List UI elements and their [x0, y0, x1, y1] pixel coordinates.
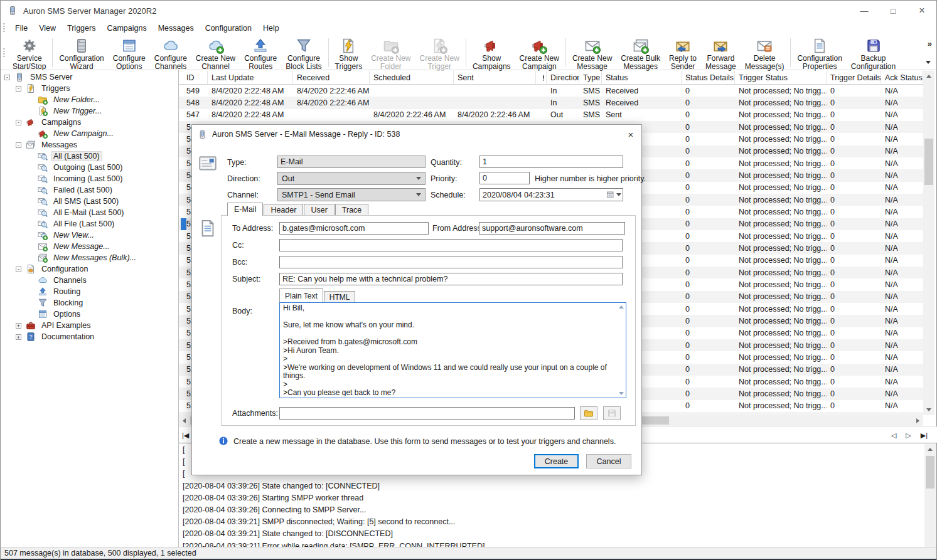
create-button[interactable]: Create — [534, 454, 579, 468]
column-header-type[interactable]: Type — [579, 71, 602, 84]
tree-item-messages[interactable]: -Messages — [1, 139, 178, 151]
toolbar-dropdown-icon[interactable] — [926, 61, 931, 64]
subject-field[interactable] — [279, 273, 623, 285]
table-vertical-scrollbar[interactable] — [923, 71, 934, 415]
direction-select[interactable]: Out — [277, 172, 426, 185]
menu-triggers[interactable]: Triggers — [62, 22, 101, 34]
delete-message-s-button[interactable]: DeleteMessage(s) — [741, 36, 789, 69]
configure-options-button[interactable]: ConfigureOptions — [109, 36, 150, 69]
first-page-icon[interactable]: |◀ — [182, 431, 189, 440]
menu-file[interactable]: File — [9, 22, 33, 34]
scroll-down-icon[interactable] — [619, 392, 624, 395]
table-row-548[interactable]: 5488/4/2020 2:22:48 AM8/4/2020 2:22:46 A… — [179, 97, 923, 108]
show-campaigns-button[interactable]: ShowCampaigns — [468, 36, 515, 69]
configuration-wizard-button[interactable]: ConfigurationWizard — [55, 36, 108, 69]
priority-field[interactable] — [479, 172, 530, 184]
service-start-stop-button[interactable]: ServiceStart/Stop — [8, 36, 50, 69]
menu-campaigns[interactable]: Campaigns — [101, 22, 152, 34]
toolbar-grip[interactable] — [3, 48, 5, 57]
chevron-down-icon[interactable] — [616, 193, 621, 196]
expand-icon[interactable]: + — [16, 334, 21, 340]
tree-item-new-campaign[interactable]: New Campaign... — [1, 128, 178, 139]
tree-item-new-messages-bulk[interactable]: New Messages (Bulk)... — [1, 252, 178, 263]
browse-attachment-button[interactable] — [580, 406, 597, 420]
tree-item-all-e-mail-last-500[interactable]: All E-Mail (Last 500) — [1, 207, 178, 218]
column-header-last-update[interactable]: Last Update — [208, 71, 293, 84]
from-address-field[interactable] — [479, 222, 625, 235]
menu-messages[interactable]: Messages — [153, 22, 200, 34]
scroll-down-icon[interactable] — [923, 404, 934, 415]
collapse-icon[interactable]: - — [16, 86, 21, 92]
scroll-right-icon[interactable] — [913, 415, 923, 426]
channel-select[interactable]: SMTP1 - Send Email — [277, 188, 426, 201]
collapse-icon[interactable]: - — [4, 75, 10, 80]
tree-item-channels[interactable]: Channels — [1, 275, 178, 286]
scroll-up-icon[interactable] — [619, 305, 624, 309]
close-button[interactable]: × — [908, 1, 936, 21]
attachments-field[interactable] — [279, 407, 575, 420]
configure-block-lists-button[interactable]: ConfigureBlock Lists — [281, 36, 326, 69]
previous-page-icon[interactable]: ◁ — [891, 431, 896, 440]
column-header-status[interactable]: Status — [602, 71, 682, 84]
forward-message-button[interactable]: ForwardMessage — [701, 36, 741, 69]
create-new-campaign-button[interactable]: Create NewCampaign — [515, 36, 564, 69]
tree-item-failed-last-500[interactable]: Failed (Last 500) — [1, 184, 178, 196]
menu-configuration[interactable]: Configuration — [200, 22, 257, 34]
tab-header[interactable]: Header — [264, 204, 303, 216]
menu-view[interactable]: View — [33, 22, 62, 34]
scroll-up-icon[interactable] — [923, 71, 934, 82]
calendar-icon[interactable] — [606, 191, 614, 199]
tab-trace[interactable]: Trace — [335, 204, 369, 216]
body-tab-plain-text[interactable]: Plain Text — [279, 288, 323, 302]
tree-item-new-message[interactable]: New Message... — [1, 241, 178, 252]
log-vscroll-thumb[interactable] — [926, 456, 934, 489]
body-text[interactable]: Hi Bill, Sure, let me know what's on you… — [283, 304, 616, 396]
tree-item-all-sms-last-500[interactable]: All SMS (Last 500) — [1, 196, 178, 207]
tree-item-new-view[interactable]: New View... — [1, 230, 178, 241]
tree-item-all-last-500[interactable]: All (Last 500) — [1, 151, 178, 162]
collapse-icon[interactable]: - — [16, 142, 21, 148]
column-header-scheduled[interactable]: Scheduled — [370, 71, 454, 84]
tree-item-blocking[interactable]: Blocking — [1, 297, 178, 309]
tree-item-campaigns[interactable]: -Campaigns — [1, 117, 178, 128]
to-address-field[interactable] — [279, 222, 429, 235]
quantity-field[interactable] — [479, 156, 623, 168]
tab-e-mail[interactable]: E-Mail — [227, 203, 263, 216]
reply-to-sender-button[interactable]: Reply toSender — [665, 36, 701, 69]
create-new-channel-button[interactable]: Create NewChannel — [191, 36, 240, 69]
collapse-icon[interactable]: - — [16, 120, 21, 125]
bcc-field[interactable] — [279, 256, 623, 268]
tree-item-new-folder[interactable]: New Folder... — [1, 94, 178, 105]
next-page-icon[interactable]: ▷ — [906, 431, 911, 440]
table-row-549[interactable]: 5498/4/2020 2:22:48 AM8/4/2020 2:22:46 A… — [179, 85, 923, 97]
create-bulk-messages-button[interactable]: Create BulkMessages — [616, 36, 665, 69]
tree-item-incoming-last-500[interactable]: Incoming (Last 500) — [1, 173, 178, 184]
menu-help[interactable]: Help — [257, 22, 285, 34]
tree-item-options[interactable]: Options — [1, 309, 178, 320]
toolbar-overflow-chevron-icon[interactable]: » — [928, 39, 932, 48]
backup-configuration-button[interactable]: BackupConfiguration — [847, 36, 900, 69]
create-new-message-button[interactable]: Create NewMessage — [568, 36, 616, 69]
configuration-properties-button[interactable]: ConfigurationProperties — [793, 36, 846, 69]
tree-item-sms-server[interactable]: -SMS Server — [1, 71, 178, 83]
menu-grip[interactable] — [3, 23, 5, 32]
tree-item-outgoing-last-500[interactable]: Outgoing (Last 500) — [1, 162, 178, 173]
tree-item-configuration[interactable]: -Configuration — [1, 263, 178, 275]
log-vertical-scrollbar[interactable] — [924, 444, 936, 547]
table-vscroll-thumb[interactable] — [924, 139, 933, 185]
scroll-left-icon[interactable] — [179, 415, 190, 426]
configure-channels-button[interactable]: ConfigureChannels — [150, 36, 191, 69]
collapse-icon[interactable]: - — [16, 267, 21, 272]
tree-item-documentation[interactable]: +?Documentation — [1, 331, 178, 342]
configure-routes-button[interactable]: ConfigureRoutes — [240, 36, 281, 69]
last-page-icon[interactable]: ▶| — [921, 431, 928, 440]
column-header-sent[interactable]: Sent — [454, 71, 536, 84]
minimize-button[interactable]: — — [850, 1, 879, 21]
cc-field[interactable] — [279, 239, 623, 251]
expand-icon[interactable]: + — [16, 323, 21, 329]
scroll-up-icon[interactable] — [924, 444, 935, 455]
column-header-id[interactable]: ID — [179, 71, 208, 84]
schedule-field[interactable]: 2020/08/04 04:23:31 — [479, 188, 623, 201]
table-row-547[interactable]: 5478/4/2020 2:22:48 AM8/4/2020 2:22:46 A… — [179, 109, 923, 121]
body-editor[interactable]: Hi Bill, Sure, let me know what's on you… — [279, 302, 626, 398]
